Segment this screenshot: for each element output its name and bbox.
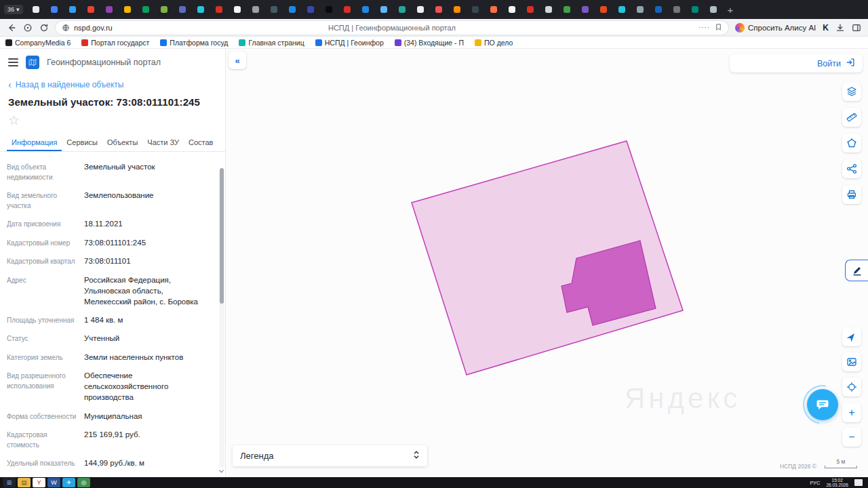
bookmark-item[interactable]: (34) Входящие - П <box>395 39 464 47</box>
browser-tab[interactable] <box>521 2 539 17</box>
locate-me-button[interactable] <box>842 378 861 396</box>
browser-tab[interactable] <box>467 2 484 17</box>
taskbar-app-icon[interactable]: ✈ <box>62 478 75 487</box>
info-tab[interactable]: Объекты <box>102 136 142 151</box>
browser-tab[interactable] <box>357 2 374 17</box>
browser-tab[interactable] <box>27 2 45 17</box>
side-panel-icon[interactable] <box>852 23 861 33</box>
browser-tab[interactable] <box>229 2 246 17</box>
ask-alice-button[interactable]: Спросить Алису AI <box>735 23 816 33</box>
info-tab[interactable]: Состав <box>184 136 218 151</box>
browser-tab[interactable] <box>668 2 686 17</box>
favorite-star-icon[interactable]: ☆ <box>0 108 27 127</box>
browser-tab[interactable] <box>137 2 155 17</box>
bookmark-item[interactable]: CompanyMedia 6 <box>5 39 71 47</box>
browser-tab[interactable] <box>119 2 136 17</box>
tab-favicon-icon <box>106 6 113 13</box>
browser-tab[interactable] <box>192 2 210 17</box>
bookmark-item[interactable]: НСПД | Геоинфор <box>315 39 384 47</box>
bookmark-item[interactable]: ПО дело <box>475 39 513 47</box>
browser-tab[interactable] <box>503 2 521 17</box>
chat-widget-button[interactable] <box>807 389 838 420</box>
notifications-icon[interactable] <box>854 479 863 486</box>
screenshot-button[interactable] <box>842 352 861 371</box>
taskbar-app-icon[interactable]: ◎ <box>77 478 90 487</box>
browser-tab[interactable] <box>64 2 81 17</box>
taskbar-app-icon[interactable]: W <box>47 478 60 487</box>
scroll-down-icon[interactable] <box>218 464 224 476</box>
collapse-panel-button[interactable]: « <box>229 52 246 69</box>
browser-tab[interactable] <box>576 2 594 17</box>
tab-favicon-icon <box>545 6 552 13</box>
zoom-in-button[interactable]: + <box>842 403 861 422</box>
locate-arrow-button[interactable] <box>842 327 861 346</box>
info-tab[interactable]: Части ЗУ <box>142 136 184 151</box>
back-icon[interactable] <box>7 23 16 33</box>
bookmark-item[interactable]: Портал государст <box>81 39 149 47</box>
bookmark-item[interactable]: Главная страниц <box>239 39 304 47</box>
scrollbar-thumb[interactable] <box>220 168 224 304</box>
bookmark-label: ПО дело <box>484 39 513 47</box>
browser-tab[interactable] <box>283 2 301 17</box>
object-fields: Вид объекта недвижимости Земельный участ… <box>0 152 225 469</box>
share-button[interactable] <box>842 159 861 178</box>
browser-tab[interactable] <box>650 2 667 17</box>
zoom-out-button[interactable]: − <box>842 428 861 447</box>
field-value: Российская Федерация, Ульяновская област… <box>84 274 205 307</box>
kaspersky-icon[interactable]: K <box>823 23 829 33</box>
taskbar-app-icon[interactable]: ▤ <box>18 478 31 487</box>
browser-tab[interactable] <box>558 2 576 17</box>
browser-tab[interactable] <box>540 2 557 17</box>
browser-tab[interactable] <box>210 2 228 17</box>
taskbar-clock[interactable]: 15:02 26.03.2026 <box>826 478 848 487</box>
new-tab-button[interactable]: + <box>728 5 734 15</box>
bookmark-flag-icon[interactable] <box>715 22 722 34</box>
browser-tab[interactable] <box>100 2 118 17</box>
layers-button[interactable] <box>842 82 861 101</box>
more-icon[interactable]: ···· <box>698 24 710 31</box>
print-button[interactable] <box>842 185 861 204</box>
extension-icon[interactable] <box>23 23 33 33</box>
browser-tab[interactable] <box>375 2 393 17</box>
browser-tab[interactable] <box>247 2 264 17</box>
expand-collapse-icon[interactable] <box>413 450 420 462</box>
browser-tab[interactable] <box>82 2 100 17</box>
back-to-results-link[interactable]: ‹ Назад в найденные объекты <box>0 73 225 89</box>
browser-tab[interactable] <box>393 2 411 17</box>
taskbar-app-icon[interactable]: ⊞ <box>3 478 16 487</box>
browser-tab[interactable] <box>338 2 356 17</box>
info-tab[interactable]: Информация <box>7 136 62 151</box>
browser-tab[interactable] <box>412 2 429 17</box>
sidebar-scrollbar[interactable] <box>219 168 224 468</box>
browser-tab[interactable] <box>705 2 722 17</box>
feedback-widget-button[interactable] <box>845 260 868 281</box>
login-button[interactable]: Войти <box>730 54 863 73</box>
tab-favicon-icon <box>197 6 204 13</box>
browser-tab[interactable] <box>448 2 466 17</box>
browser-tab[interactable] <box>265 2 283 17</box>
browser-tab[interactable] <box>320 2 338 17</box>
browser-tab[interactable] <box>613 2 631 17</box>
reload-icon[interactable] <box>39 23 49 33</box>
map-canvas[interactable]: Яндекс « Войти <box>226 49 868 477</box>
browser-tab[interactable] <box>302 2 319 17</box>
downloads-icon[interactable] <box>835 23 845 33</box>
menu-icon[interactable] <box>8 58 18 66</box>
address-input[interactable]: nspd.gov.ru НСПД | Геоинформационный пор… <box>56 21 728 35</box>
ruler-button[interactable] <box>842 108 861 127</box>
browser-tab[interactable] <box>595 2 612 17</box>
taskbar-app-icon[interactable]: Y <box>33 478 45 487</box>
bookmark-item[interactable]: Платформа госуд <box>160 39 228 47</box>
browser-tab[interactable] <box>631 2 649 17</box>
measure-area-button[interactable] <box>842 134 861 152</box>
tab-count-button[interactable]: 36 ▾ <box>4 5 23 14</box>
language-indicator[interactable]: РУС <box>810 480 820 486</box>
browser-tab[interactable] <box>430 2 448 17</box>
browser-tab[interactable] <box>485 2 502 17</box>
browser-tab[interactable] <box>174 2 191 17</box>
legend-panel[interactable]: Легенда <box>233 445 427 466</box>
browser-tab[interactable] <box>686 2 704 17</box>
info-tab[interactable]: Сервисы <box>62 136 102 151</box>
browser-tab[interactable] <box>45 2 63 17</box>
browser-tab[interactable] <box>155 2 173 17</box>
